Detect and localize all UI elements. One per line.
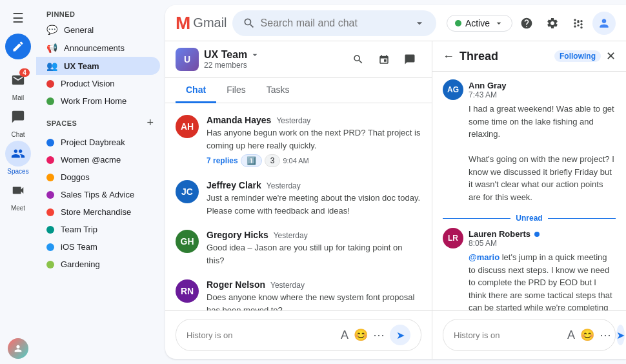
- message-item-2[interactable]: JC Jeffrey Clark Yesterday Just a remind…: [165, 174, 432, 223]
- following-badge: Following: [554, 50, 601, 62]
- rail-meet[interactable]: Meet: [5, 177, 31, 212]
- sidebar-item-gardening[interactable]: Gardening: [36, 256, 160, 273]
- thread-msg-meta-1: Ann Gray 7:43 AM: [469, 81, 507, 99]
- tab-tasks[interactable]: Tasks: [256, 78, 300, 103]
- hamburger-menu-icon[interactable]: ☰: [5, 5, 31, 31]
- tab-files[interactable]: Files: [216, 78, 256, 103]
- thread-input[interactable]: [454, 330, 562, 340]
- msg-content-2: Jeffrey Clark Yesterday Just a reminder …: [207, 180, 421, 217]
- thread-online-lr: [534, 232, 540, 237]
- tab-chat[interactable]: Chat: [176, 78, 216, 103]
- thread-input-area: A 😊 ⋯ ➤: [432, 310, 626, 359]
- sales-tips-dot: [46, 191, 54, 199]
- thread-msg-header-2: LR Lauren Roberts 8:05 AM: [443, 228, 616, 248]
- chat-members: 22 members: [204, 61, 341, 70]
- thread-text-1: I had a great weekend! Was able to get s…: [443, 103, 616, 203]
- thread-name-2: Lauren Roberts: [469, 229, 540, 239]
- msg-text-1: Has anyone begun work on the next PRD? T…: [207, 126, 421, 152]
- apps-icon[interactable]: [567, 12, 590, 35]
- sidebar-item-team-trip[interactable]: Team Trip: [36, 221, 160, 238]
- chat-input-area: A 😊 ⋯ ➤: [165, 310, 432, 359]
- sidebar-item-women-acme[interactable]: Women @acme: [36, 151, 160, 168]
- sidebar-item-general[interactable]: 💬 General: [36, 21, 160, 39]
- message-item-4[interactable]: RN Roger Nelson Yesterday Does anyone kn…: [165, 273, 432, 310]
- mail-label: Mail: [12, 94, 24, 101]
- chat-header-info: UX Team 22 members: [204, 49, 341, 70]
- search-dropdown-icon[interactable]: [413, 17, 426, 30]
- message-item[interactable]: AH Amanda Hayes Yesterday Has anyone beg…: [165, 108, 432, 174]
- chat-name-chevron-icon[interactable]: [250, 50, 260, 60]
- chat-input[interactable]: [187, 330, 336, 340]
- thread-msg-meta-2: Lauren Roberts 8:05 AM: [469, 229, 540, 248]
- user-avatar-bottom[interactable]: [8, 338, 28, 359]
- msg-avatar-rn: RN: [176, 279, 199, 303]
- rail-chat[interactable]: Chat: [5, 104, 31, 138]
- messages-list: AH Amanda Hayes Yesterday Has anyone beg…: [165, 103, 432, 310]
- more-options-icon[interactable]: ⋯: [373, 328, 385, 342]
- msg-avatar-jc: JC: [176, 180, 199, 203]
- thread-back-icon[interactable]: ←: [443, 50, 454, 63]
- spaces-header: SPACES +: [36, 110, 165, 134]
- gardening-dot: [46, 261, 54, 268]
- add-space-button[interactable]: +: [145, 115, 155, 131]
- thread-time-1: 7:43 AM: [469, 90, 507, 99]
- thread-emoji-icon[interactable]: 😊: [580, 328, 594, 342]
- chat-tabs: Chat Files Tasks: [165, 78, 432, 103]
- reaction-1[interactable]: 1️⃣: [241, 154, 262, 167]
- help-icon[interactable]: [515, 12, 538, 35]
- google-account-avatar[interactable]: [592, 12, 616, 35]
- sidebar-item-work-from-home[interactable]: Work From Home: [36, 92, 160, 110]
- settings-icon[interactable]: [541, 12, 564, 35]
- message-item-3[interactable]: GH Gregory Hicks Yesterday Good idea – J…: [165, 223, 432, 273]
- search-input[interactable]: [261, 17, 408, 29]
- sidebar-item-doggos[interactable]: Doggos: [36, 168, 160, 186]
- sidebar-item-ux-team[interactable]: 👥 UX Team: [36, 57, 160, 75]
- m-logo: M: [176, 13, 190, 34]
- mail-icon: 4: [5, 67, 31, 93]
- announcements-icon: 📢: [46, 43, 57, 53]
- sidebar-item-product-vision[interactable]: Product Vision: [36, 75, 160, 92]
- ux-team-label: UX Team: [64, 61, 99, 71]
- pin-icon[interactable]: [372, 48, 396, 71]
- chat-message-icon[interactable]: [398, 48, 421, 71]
- compose-button[interactable]: [5, 34, 31, 59]
- thread-input-box[interactable]: A 😊 ⋯ ➤: [443, 319, 616, 351]
- msg-time-3: Yesterday: [274, 231, 308, 240]
- search-icon: [243, 17, 256, 30]
- thread-format-icon[interactable]: A: [567, 329, 575, 342]
- sidebar-item-project-daybreak[interactable]: Project Daybreak: [36, 134, 160, 151]
- sidebar-item-sales-tips[interactable]: Sales Tips & Advice: [36, 186, 160, 203]
- emoji-icon[interactable]: 😊: [354, 328, 368, 342]
- announcements-label: Announcements: [64, 43, 125, 53]
- reply-count-1[interactable]: 7 replies: [207, 156, 238, 165]
- chat-input-box[interactable]: A 😊 ⋯ ➤: [176, 319, 421, 351]
- chat-search-icon[interactable]: [347, 48, 370, 71]
- unread-line-right: [548, 218, 616, 219]
- thread-more-icon[interactable]: ⋯: [600, 328, 611, 342]
- reaction-2[interactable]: 3: [265, 154, 281, 167]
- msg-header-4: Roger Nelson Yesterday: [207, 279, 421, 290]
- chat-name: UX Team: [204, 49, 341, 61]
- general-label: General: [64, 25, 94, 35]
- msg-text-2: Just a reminder we're meeting about the …: [207, 192, 421, 217]
- project-daybreak-label: Project Daybreak: [61, 137, 125, 147]
- thread-close-icon[interactable]: ✕: [606, 49, 616, 63]
- sidebar-item-store-merchandise[interactable]: Store Merchandise: [36, 203, 160, 221]
- project-daybreak-dot: [46, 139, 54, 147]
- send-button[interactable]: ➤: [390, 325, 410, 345]
- sidebar-item-ios-team[interactable]: iOS Team: [36, 238, 160, 256]
- work-from-home-dot: [46, 97, 54, 105]
- pinned-label: PINNED: [36, 5, 165, 21]
- mention-mario: @mario: [469, 252, 500, 262]
- rail-spaces[interactable]: Spaces: [5, 141, 31, 175]
- rail-mail[interactable]: 4 Mail: [5, 67, 31, 101]
- msg-time-4: Yesterday: [270, 281, 305, 290]
- team-trip-label: Team Trip: [61, 225, 97, 234]
- status-badge[interactable]: Active: [447, 15, 512, 32]
- search-bar[interactable]: [232, 10, 436, 36]
- thread-avatar-lr: LR: [443, 228, 463, 248]
- format-icon[interactable]: A: [341, 329, 348, 342]
- work-from-home-label: Work From Home: [61, 96, 126, 106]
- thread-send-button[interactable]: ➤: [616, 325, 625, 345]
- sidebar-item-announcements[interactable]: 📢 Announcements: [36, 39, 160, 57]
